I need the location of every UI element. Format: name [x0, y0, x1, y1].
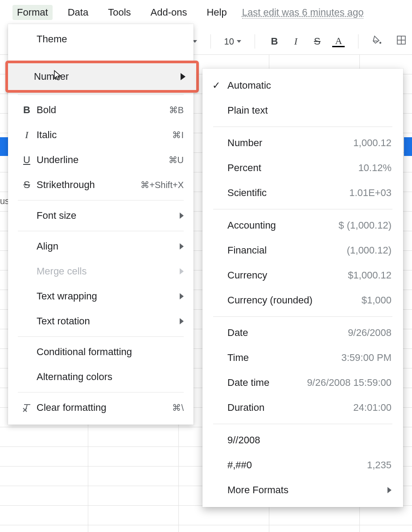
- checkmark-icon: ✓: [212, 80, 227, 91]
- font-size-selector[interactable]: 10: [224, 37, 241, 47]
- fill-color-button[interactable]: [372, 35, 383, 48]
- submenu-item-duration[interactable]: Duration 24:01:00: [202, 395, 403, 420]
- menu-item-italic[interactable]: I Italic ⌘I: [8, 123, 194, 147]
- menu-item-number[interactable]: Number: [5, 61, 199, 93]
- submenu-item-number[interactable]: Number 1,000.12: [202, 131, 403, 156]
- underline-icon: U: [17, 154, 37, 166]
- submenu-item-datetime[interactable]: Date time 9/26/2008 15:59:00: [202, 370, 403, 395]
- format-menu-dropdown: Theme Number B Bold ⌘B I Italic ⌘I U Und…: [8, 24, 194, 425]
- italic-button[interactable]: I: [289, 36, 302, 47]
- submenu-item-time[interactable]: Time 3:59:00 PM: [202, 345, 403, 370]
- menu-item-label: Underline: [37, 154, 169, 166]
- submenu-label: Automatic: [227, 80, 391, 91]
- bold-button[interactable]: B: [268, 36, 280, 47]
- submenu-label: Scientific: [227, 187, 349, 199]
- menu-item-strikethrough[interactable]: S Strikethrough ⌘+Shift+X: [8, 172, 194, 197]
- submenu-item-currency-rounded[interactable]: Currency (rounded) $1,000: [202, 288, 403, 313]
- submenu-item-custom-2[interactable]: #,##0 1,235: [202, 453, 403, 478]
- submenu-example: $1,000: [362, 295, 391, 306]
- submenu-example: 1,000.12: [353, 137, 391, 149]
- italic-icon: I: [17, 129, 37, 141]
- menu-item-clear-formatting[interactable]: Clear formatting ⌘\: [8, 395, 194, 420]
- submenu-arrow-icon: [180, 213, 184, 219]
- submenu-label: Financial: [227, 245, 347, 256]
- menu-item-label: Merge cells: [37, 266, 180, 277]
- svg-point-0: [379, 42, 381, 44]
- menu-separator: [18, 231, 184, 231]
- submenu-separator: [213, 316, 392, 317]
- menu-item-label: Alternating colors: [37, 371, 184, 383]
- submenu-item-percent[interactable]: Percent 10.12%: [202, 156, 403, 180]
- menu-separator: [18, 200, 184, 201]
- submenu-example: 3:59:00 PM: [341, 352, 391, 364]
- menu-item-text-wrapping[interactable]: Text wrapping: [8, 284, 194, 309]
- menu-bar: Format Data Tools Add-ons Help Last edit…: [0, 0, 412, 25]
- submenu-label: Date time: [227, 377, 307, 389]
- submenu-label: Time: [227, 352, 341, 364]
- submenu-separator: [213, 424, 392, 424]
- menu-tools[interactable]: Tools: [103, 5, 135, 20]
- menu-item-bold[interactable]: B Bold ⌘B: [8, 98, 194, 123]
- submenu-label: #,##0: [227, 459, 367, 471]
- menu-data[interactable]: Data: [63, 5, 93, 20]
- submenu-example: 1.01E+03: [349, 187, 391, 199]
- cursor-pointer-icon: [53, 70, 62, 84]
- menu-addons[interactable]: Add-ons: [146, 5, 192, 20]
- toolbar-separator: [210, 34, 211, 49]
- submenu-item-date[interactable]: Date 9/26/2008: [202, 320, 403, 345]
- toolbar-separator: [255, 34, 255, 49]
- menu-item-underline[interactable]: U Underline ⌘U: [8, 147, 194, 172]
- submenu-example: 9/26/2008: [348, 327, 391, 339]
- submenu-item-automatic[interactable]: ✓ Automatic: [202, 73, 403, 98]
- menu-item-shortcut: ⌘I: [172, 130, 184, 140]
- menu-item-alternating-colors[interactable]: Alternating colors: [8, 364, 194, 389]
- submenu-item-custom-1[interactable]: 9//2008: [202, 428, 403, 453]
- submenu-item-more-formats[interactable]: More Formats: [202, 478, 403, 503]
- menu-item-shortcut: ⌘B: [169, 105, 184, 115]
- menu-item-label: Font size: [37, 210, 180, 221]
- menu-item-text-rotation[interactable]: Text rotation: [8, 309, 194, 334]
- submenu-label: Plain text: [227, 105, 391, 116]
- submenu-arrow-icon: [180, 243, 184, 250]
- menu-separator: [18, 392, 184, 393]
- submenu-item-accounting[interactable]: Accounting $ (1,000.12): [202, 213, 403, 238]
- caret-down-icon: [237, 40, 241, 43]
- submenu-item-currency[interactable]: Currency $1,000.12: [202, 263, 403, 288]
- submenu-label: Date: [227, 327, 348, 339]
- submenu-label: 9//2008: [227, 434, 391, 446]
- submenu-separator: [213, 209, 392, 209]
- submenu-example: $1,000.12: [348, 270, 391, 281]
- menu-item-align[interactable]: Align: [8, 234, 194, 259]
- last-edit-link[interactable]: Last edit was 6 minutes ago: [242, 7, 364, 19]
- submenu-example: 1,235: [367, 459, 391, 471]
- menu-item-shortcut: ⌘\: [172, 402, 184, 413]
- menu-item-label: Strikethrough: [37, 179, 140, 191]
- menu-help[interactable]: Help: [202, 5, 231, 20]
- menu-separator: [18, 336, 184, 337]
- menu-separator: [18, 94, 184, 95]
- borders-button[interactable]: [396, 35, 407, 48]
- submenu-arrow-icon: [180, 268, 184, 274]
- menu-item-theme[interactable]: Theme: [8, 27, 194, 52]
- submenu-arrow-icon: [180, 293, 184, 299]
- submenu-item-plain-text[interactable]: Plain text: [202, 98, 403, 123]
- submenu-arrow-icon: [181, 73, 185, 80]
- submenu-example: $ (1,000.12): [338, 220, 391, 231]
- menu-format[interactable]: Format: [12, 5, 53, 20]
- submenu-example: 24:01:00: [353, 402, 391, 413]
- menu-item-label: Italic: [37, 129, 172, 141]
- menu-item-font-size[interactable]: Font size: [8, 203, 194, 228]
- menu-item-conditional-formatting[interactable]: Conditional formatting: [8, 340, 194, 364]
- text-color-button[interactable]: A: [332, 36, 345, 47]
- menu-item-shortcut: ⌘U: [169, 155, 184, 165]
- row-header-selected-fragment-right: [404, 137, 412, 156]
- strikethrough-button[interactable]: S: [311, 36, 323, 47]
- menu-item-label: Text rotation: [37, 315, 180, 327]
- clear-formatting-icon: [17, 402, 37, 413]
- submenu-item-scientific[interactable]: Scientific 1.01E+03: [202, 180, 403, 205]
- menu-item-shortcut: ⌘+Shift+X: [140, 180, 184, 190]
- submenu-item-financial[interactable]: Financial (1,000.12): [202, 238, 403, 263]
- submenu-label: Percent: [227, 162, 358, 174]
- submenu-separator: [213, 127, 392, 127]
- bold-icon: B: [17, 104, 37, 116]
